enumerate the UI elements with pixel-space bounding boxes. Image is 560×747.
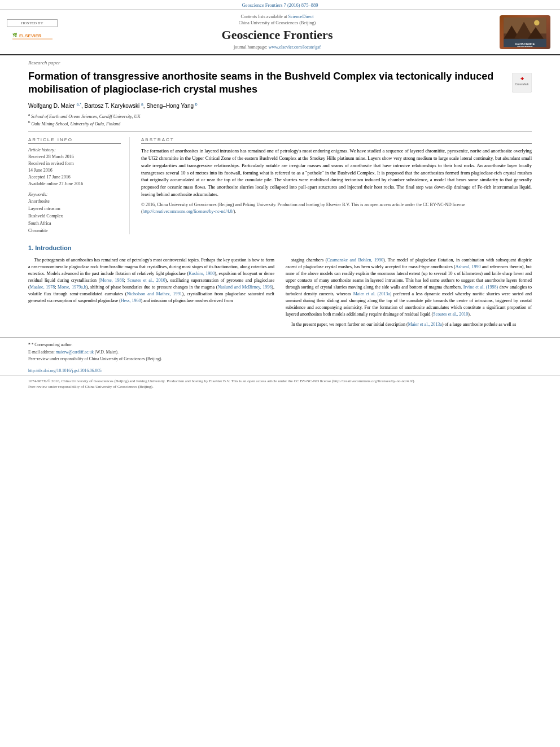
authors-section: Wolfgang D. Maier a,*, Bartosz T. Karyko… <box>0 100 560 111</box>
keywords-label: Keywords: <box>28 192 121 197</box>
section-1-title: 1. Introduction <box>28 244 532 251</box>
doi-bar: http://dx.doi.org/10.1016/j.gsf.2016.06.… <box>0 366 560 375</box>
revised-date: 14 June 2016 <box>28 167 121 174</box>
intro-left-col: The petrogenesis of anorthosites has rem… <box>28 257 274 331</box>
hosted-by-box: HOSTED BY <box>7 19 58 27</box>
peer-review2: Peer-review under responsibility of Chin… <box>28 384 532 390</box>
author-karykowski: Bartosz T. Karykowski a, <box>85 103 147 109</box>
header-area: HOSTED BY 🌿 ELSEVIER Contents lists avai… <box>0 10 560 55</box>
scoates-ref[interactable]: Scoates et al., 2010 <box>128 278 165 283</box>
badge-image: GEOSCIENCE FRONTIERS <box>502 18 548 47</box>
intro-left-para: The petrogenesis of anorthosites has rem… <box>28 257 274 304</box>
page-wrapper: Geoscience Frontiers 7 (2016) 875–889 HO… <box>0 0 560 747</box>
journal-main-title: Geoscience Frontiers <box>222 28 333 42</box>
affil-a: a School of Earth and Ocean Sciences, Ca… <box>28 112 532 119</box>
copyright-text: © 2016, China University of Geosciences … <box>141 202 532 215</box>
keyword-2: Layered intrusion <box>28 206 121 213</box>
author-yang: Sheng–Hong Yang b <box>146 103 197 109</box>
introduction-body: The petrogenesis of anorthosites has rem… <box>0 257 560 331</box>
kushiro-ref[interactable]: Kushiro, 1980 <box>189 271 215 276</box>
article-title-section: Formation of transgressive anorthosite s… <box>0 68 560 100</box>
email-address[interactable]: maierw@cardiff.ac.uk <box>56 350 94 355</box>
journal-ref-text: Geoscience Frontiers 7 (2016) 875–889 <box>242 2 318 8</box>
abstract-text: The formation of anorthosites in layered… <box>141 147 532 198</box>
elsevier-logo: 🌿 ELSEVIER <box>11 29 54 45</box>
homepage-url[interactable]: www.elsevier.com/locate/gsf <box>269 45 321 50</box>
morse-ref[interactable]: Morse, 1986 <box>100 278 124 283</box>
geoscience-frontiers-badge: GEOSCIENCE FRONTIERS <box>500 15 550 49</box>
received-date: Received 28 March 2016 <box>28 154 121 160</box>
email-note: E-mail address: maierw@cardiff.ac.uk (W.… <box>28 350 532 356</box>
email-label: E-mail address: <box>28 350 55 355</box>
history-dates: Received 28 March 2016 Received in revis… <box>28 154 121 187</box>
issn-line: 1674-987X/© 2016, China University of Ge… <box>28 378 532 385</box>
info-abstract-section: ARTICLE INFO Article history: Received 2… <box>0 132 560 240</box>
czamanske-ref[interactable]: Czamanske and Bohlen, 1990 <box>327 257 383 263</box>
svg-text:🌿: 🌿 <box>12 32 18 37</box>
ashwal-ref[interactable]: Ashwal, 1990 <box>456 264 481 269</box>
header-right: GEOSCIENCE FRONTIERS <box>497 14 553 50</box>
copyright-link[interactable]: http://creativecommons.org/licenses/by-n… <box>143 209 234 214</box>
affiliations-section: a School of Earth and Ocean Sciences, Ca… <box>0 111 560 131</box>
intro-right-para-1: staging chambers (Czamanske and Bohlen, … <box>286 257 532 318</box>
sciencedirect-link[interactable]: ScienceDirect <box>288 14 314 19</box>
intro-right-col: staging chambers (Czamanske and Bohlen, … <box>286 257 532 331</box>
affil-a-text: a School of Earth and Ocean Sciences, Ca… <box>28 112 141 119</box>
svg-text:FRONTIERS: FRONTIERS <box>517 46 532 46</box>
received-revised-label: Received in revised form <box>28 160 121 167</box>
hosted-by-label: HOSTED BY <box>21 21 43 25</box>
hess-ref[interactable]: Hess, 1960 <box>121 298 141 303</box>
svg-point-11 <box>534 20 539 25</box>
maier2013-ref[interactable]: Maier et al. (2013a) <box>353 291 392 296</box>
journal-ref-bar: Geoscience Frontiers 7 (2016) 875–889 <box>0 0 560 10</box>
bottom-bar: 1674-987X/© 2016, China University of Ge… <box>0 375 560 392</box>
svg-text:CrossMark: CrossMark <box>515 82 529 86</box>
article-info-header: ARTICLE INFO <box>28 137 121 144</box>
sciencedirect-prefix: Contents lists available at <box>241 14 287 19</box>
keywords-list: Anorthosite Layered intrusion Bushveld C… <box>28 198 121 234</box>
article-type-text: Research paper <box>28 60 60 65</box>
article-info-col: ARTICLE INFO Article history: Received 2… <box>28 137 130 234</box>
irvine-ref[interactable]: Irvine et al. (1998) <box>463 285 498 290</box>
keyword-1: Anorthosite <box>28 198 121 206</box>
sciencedirect-line: Contents lists available at ScienceDirec… <box>241 14 314 19</box>
intro-right-para-2: In the present paper, we report further … <box>286 321 532 328</box>
affil-b-text: b Oulu Mining School, University of Oulu… <box>28 120 120 126</box>
maier2013b-ref[interactable]: Maier et al., 2013a <box>408 322 442 327</box>
affil-b: b Oulu Mining School, University of Oulu… <box>28 120 532 126</box>
maaloe-ref[interactable]: Maaløe, 1978 <box>30 285 55 290</box>
available-online-date: Available online 27 June 2016 <box>28 181 121 187</box>
crossmark-badge[interactable]: ✚ CrossMark <box>512 73 532 93</box>
peer-review-note: Peer-review under responsibility of Chin… <box>28 356 532 362</box>
corresponding-label: * Corresponding author. <box>32 342 73 347</box>
history-label: Article history: <box>28 147 121 152</box>
svg-text:ELSEVIER: ELSEVIER <box>19 33 42 38</box>
footer-notes: * * Corresponding author. E-mail address… <box>0 337 560 366</box>
email-name: (W.D. Maier). <box>95 350 119 355</box>
keyword-3: Bushveld Complex <box>28 213 121 220</box>
header-center: Contents lists available at ScienceDirec… <box>63 14 491 50</box>
nicholson-ref[interactable]: Nicholson and Mathez, 1991 <box>126 291 182 296</box>
abstract-col: ABSTRACT The formation of anorthosites i… <box>141 137 532 234</box>
naslund-ref[interactable]: Naslund and McBirney, 1996 <box>217 285 272 290</box>
abstract-header: ABSTRACT <box>141 137 532 144</box>
article-main-title: Formation of transgressive anorthosite s… <box>28 70 506 97</box>
svg-text:✚: ✚ <box>520 77 524 81</box>
doi-link[interactable]: http://dx.doi.org/10.1016/j.gsf.2016.06.… <box>28 368 102 373</box>
homepage-label: journal homepage: <box>234 45 268 50</box>
homepage-line: journal homepage: www.elsevier.com/locat… <box>234 45 321 50</box>
corresponding-author-note: * * Corresponding author. <box>28 342 532 348</box>
svg-text:GEOSCIENCE: GEOSCIENCE <box>515 42 535 46</box>
scoates2010-ref[interactable]: Scoates et al., 2010 <box>433 312 468 317</box>
article-type-line: Research paper <box>0 55 560 68</box>
keyword-4: South Africa <box>28 220 121 228</box>
header-left: HOSTED BY 🌿 ELSEVIER <box>7 14 58 50</box>
introduction-heading: 1. Introduction <box>0 240 560 257</box>
morse1979-ref[interactable]: Morse, 1979a,b <box>58 285 86 290</box>
accepted-date: Accepted 17 June 2016 <box>28 174 121 181</box>
keyword-5: Chromitite <box>28 228 121 235</box>
china-univ-line: China University of Geosciences (Beijing… <box>239 20 316 25</box>
author-maier: Wolfgang D. Maier a,*, <box>28 103 85 109</box>
